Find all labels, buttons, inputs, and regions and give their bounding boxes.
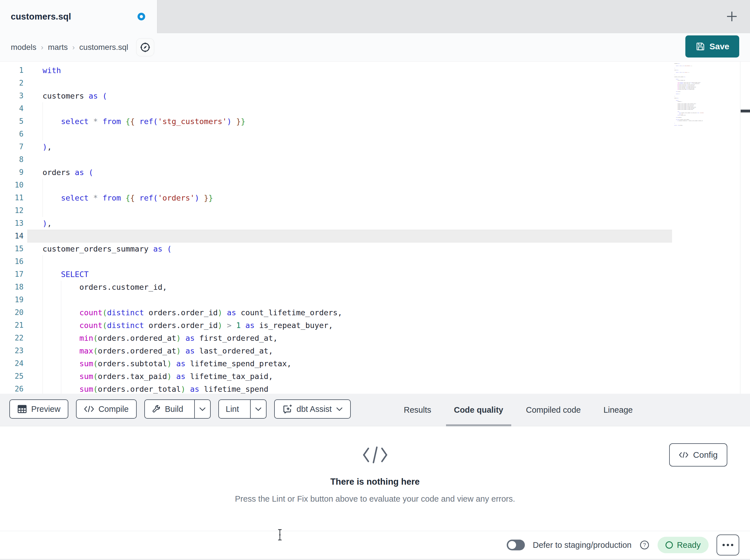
empty-state: There is nothing here Press the Lint or … [0, 446, 750, 504]
save-button[interactable]: Save [685, 36, 739, 58]
chevron-down-icon [336, 407, 343, 411]
toolbar-buttons: Preview Compile Build Lint [9, 399, 351, 419]
defer-label: Defer to staging/production [533, 540, 631, 550]
empty-state-title: There is nothing here [330, 477, 420, 487]
file-navigate-button[interactable] [136, 38, 154, 56]
dbt-assist-button[interactable]: dbt Assist [274, 399, 351, 419]
save-label: Save [709, 42, 729, 51]
preview-button[interactable]: Preview [9, 399, 68, 419]
editor-scrollbar-thumb[interactable] [741, 110, 750, 112]
minimap[interactable]: withcustomers as ( select * from {{ ref(… [674, 62, 739, 174]
tab-title: customers.sql [11, 12, 71, 22]
toggle-knob [508, 541, 516, 549]
build-dropdown-button[interactable] [194, 400, 210, 418]
tab-lineage[interactable]: Lineage [595, 394, 640, 426]
status-bar: Defer to staging/production ? Ready [0, 531, 750, 559]
tab-compiled-code[interactable]: Compiled code [518, 394, 589, 426]
ready-label: Ready [677, 540, 700, 550]
empty-state-description: Press the Lint or Fix button above to ev… [235, 494, 515, 504]
code-quality-panel: Config There is nothing here Press the L… [0, 426, 750, 531]
svg-text:?: ? [643, 542, 646, 548]
chat-sparkle-icon [282, 404, 292, 414]
tab-results[interactable]: Results [396, 394, 439, 426]
result-tabs: Results Code quality Compiled code Linea… [396, 394, 640, 426]
lint-dropdown-button[interactable] [250, 400, 266, 418]
overflow-menu-button[interactable] [716, 535, 739, 556]
plus-icon [726, 11, 738, 22]
tab-code-quality[interactable]: Code quality [446, 394, 511, 426]
compile-button[interactable]: Compile [76, 399, 136, 419]
status-bar-right: Defer to staging/production ? Ready [507, 531, 739, 559]
ellipsis-icon [723, 544, 725, 546]
lint-label: Lint [226, 405, 239, 414]
dbt-assist-label: dbt Assist [297, 405, 332, 414]
breadcrumb: models › marts › customers.sql [11, 33, 154, 61]
compass-icon [139, 41, 151, 53]
build-button[interactable]: Build [145, 400, 190, 418]
breadcrumb-customers-sql: customers.sql [79, 43, 129, 52]
chevron-down-icon [255, 407, 262, 411]
tab-customers-sql[interactable]: customers.sql [0, 0, 157, 33]
gutter: 1234567891011121314151617181920212223242… [0, 64, 27, 394]
code-editor[interactable]: 1234567891011121314151617181920212223242… [0, 62, 750, 394]
compile-label: Compile [98, 405, 129, 414]
breadcrumb-bar: models › marts › customers.sql Save [0, 33, 750, 62]
text-cursor-pointer [277, 528, 283, 541]
code-lines[interactable]: withcustomers as ( select * from {{ ref(… [42, 64, 342, 394]
ready-circle-icon [666, 541, 673, 549]
save-floppy-icon [695, 41, 706, 51]
code-icon [84, 405, 94, 413]
breadcrumb-marts[interactable]: marts [48, 43, 68, 52]
table-icon [17, 405, 27, 414]
minimap-content: withcustomers as ( select * from {{ ref(… [674, 62, 737, 126]
build-label: Build [165, 405, 183, 414]
breadcrumb-models[interactable]: models [11, 43, 36, 52]
bottom-strip [0, 559, 750, 560]
build-split-button: Build [144, 399, 211, 419]
defer-toggle[interactable] [507, 540, 525, 551]
status-badge[interactable]: Ready [657, 537, 709, 553]
code-empty-icon [361, 446, 389, 464]
tab-bar: customers.sql [0, 0, 750, 33]
breadcrumb-separator: › [41, 43, 43, 52]
editor-toolbar: Preview Compile Build Lint [0, 394, 750, 426]
preview-label: Preview [31, 405, 60, 414]
lint-button[interactable]: Lint [219, 400, 246, 418]
lint-split-button: Lint [218, 399, 267, 419]
unsaved-indicator-dot [138, 13, 145, 20]
help-icon[interactable]: ? [639, 540, 650, 550]
breadcrumb-separator: › [72, 43, 75, 52]
minimap-divider [740, 62, 741, 394]
new-tab-button[interactable] [726, 10, 738, 23]
wrench-icon [152, 405, 161, 414]
chevron-down-icon [199, 407, 206, 411]
